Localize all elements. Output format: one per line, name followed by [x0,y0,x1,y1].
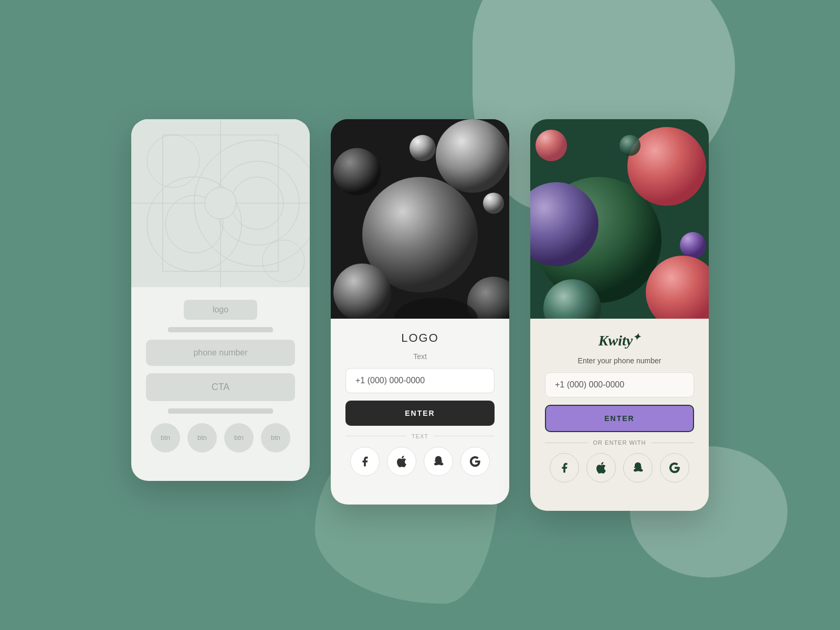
wireframe-logo-box: logo [184,300,257,320]
colored-logo: Kwity✦ [545,331,694,349]
dark-text-label: Text [345,352,495,361]
svg-point-14 [333,148,381,195]
facebook-icon [359,456,371,467]
dark-snapchat-button[interactable] [424,447,453,476]
apple-icon [396,456,407,467]
svg-point-9 [147,135,200,187]
wireframe-image [131,119,310,287]
wireframe-btn-2[interactable]: btn [187,423,217,453]
dark-social-btns [345,447,495,476]
google-icon [469,456,481,467]
colored-logo-text: Kwity [598,332,633,349]
cards-container: logo phone number CTA btn btn btn btn [131,119,709,511]
colored-phone-input[interactable]: +1 (000) 000-0000 [545,372,694,397]
apple-icon [595,462,607,474]
dark-divider-text: TEXT [412,433,428,439]
dark-divider: TEXT [345,433,495,439]
dark-logo: LOGO [345,331,495,345]
colored-image [530,119,709,319]
colored-logo-sup: ✦ [633,332,640,342]
svg-point-17 [410,135,436,161]
dark-enter-button[interactable]: ENTER [345,401,495,426]
facebook-icon [559,462,570,474]
card-colored: Kwity✦ Enter your phone number +1 (000) … [530,119,709,511]
wireframe-phone-label: phone number [193,348,247,357]
wireframe-logo-label: logo [213,305,228,314]
google-icon [669,462,680,474]
svg-point-22 [627,127,706,206]
dark-image [331,119,509,319]
dark-facebook-button[interactable] [350,447,380,476]
wireframe-btns: btn btn btn btn [146,423,295,453]
wireframe-btn-4[interactable]: btn [261,423,290,453]
dark-divider-line-right [434,436,495,436]
dark-google-button[interactable] [460,447,490,476]
colored-snapchat-button[interactable] [623,453,653,482]
dark-phone-input[interactable]: +1 (000) 000-0000 [345,368,495,393]
snapchat-icon [433,456,444,467]
colored-enter-button[interactable]: ENTER [545,405,694,432]
wireframe-body: logo phone number CTA btn btn btn btn [131,287,310,465]
dark-body: LOGO Text +1 (000) 000-0000 ENTER TEXT [331,319,509,489]
colored-apple-button[interactable] [586,453,616,482]
wireframe-btn-1[interactable]: btn [151,423,180,453]
svg-point-26 [536,130,567,161]
colored-divider-text: OR ENTER WITH [593,439,646,446]
svg-point-10 [262,240,304,282]
svg-point-28 [620,135,640,156]
colored-divider-line-left [545,443,588,443]
svg-point-15 [333,264,391,319]
wireframe-btn-3[interactable]: btn [224,423,254,453]
colored-divider-line-right [652,443,695,443]
wireframe-phone-box[interactable]: phone number [146,340,295,366]
colored-facebook-button[interactable] [550,453,579,482]
colored-subtitle: Enter your phone number [545,356,694,365]
svg-point-18 [483,193,504,214]
colored-divider: OR ENTER WITH [545,439,694,446]
svg-point-25 [680,232,706,258]
wireframe-line [168,327,273,332]
colored-social-btns [545,453,694,482]
wireframe-cta-label: CTA [212,382,230,392]
card-wireframe: logo phone number CTA btn btn btn btn [131,119,310,481]
svg-point-13 [436,119,509,193]
svg-point-8 [205,187,236,219]
wireframe-bottom-line [168,408,273,414]
colored-google-button[interactable] [660,453,689,482]
snapchat-icon [632,462,644,474]
dark-divider-line-left [345,436,406,436]
colored-body: Kwity✦ Enter your phone number +1 (000) … [530,319,709,495]
dark-apple-button[interactable] [387,447,416,476]
card-dark: LOGO Text +1 (000) 000-0000 ENTER TEXT [331,119,509,505]
wireframe-cta-box[interactable]: CTA [146,373,295,401]
